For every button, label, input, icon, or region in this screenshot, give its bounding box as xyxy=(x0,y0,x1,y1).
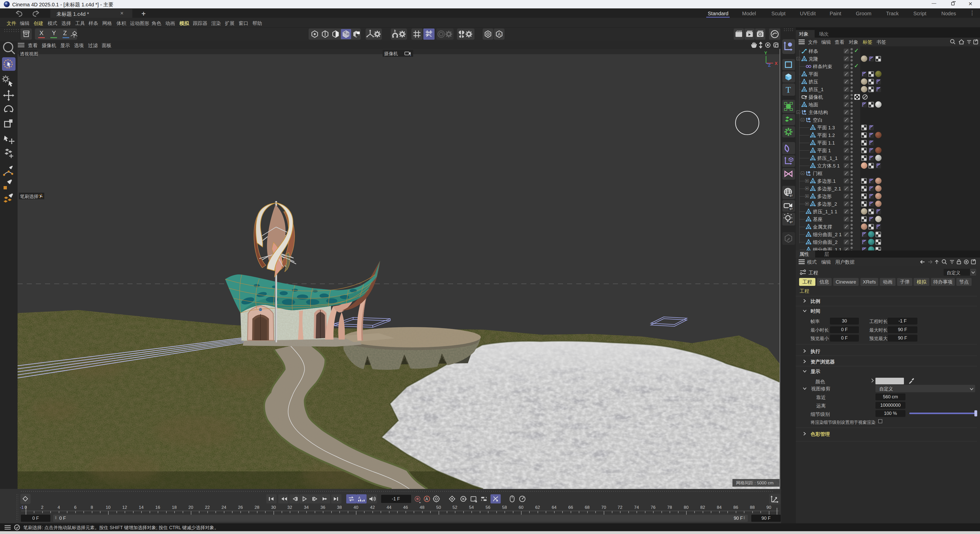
svg-text:A: A xyxy=(358,496,361,500)
svg-text:Y: Y xyxy=(764,51,767,56)
svg-text:X: X xyxy=(775,61,778,66)
svg-text:A: A xyxy=(498,32,501,37)
svg-text:A: A xyxy=(425,497,428,501)
svg-text:Y: Y xyxy=(52,30,56,37)
svg-text:-1 F: -1 F xyxy=(392,496,400,501)
svg-text:Z: Z xyxy=(63,30,67,37)
svg-text:网格间距 : 5000 cm: 网格间距 : 5000 cm xyxy=(736,481,773,485)
svg-text:Z: Z xyxy=(768,63,771,68)
svg-text:T: T xyxy=(786,85,791,94)
svg-text:X: X xyxy=(40,30,43,37)
